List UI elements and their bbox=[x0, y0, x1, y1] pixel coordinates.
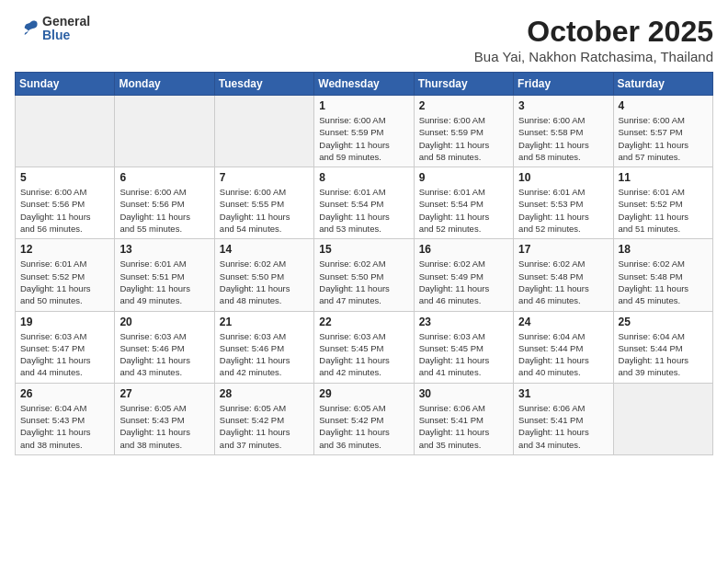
day-number: 7 bbox=[220, 171, 309, 184]
day-info: Sunrise: 6:00 AMSunset: 5:59 PMDaylight:… bbox=[319, 114, 408, 163]
day-number: 28 bbox=[220, 387, 309, 400]
calendar-body: 1Sunrise: 6:00 AMSunset: 5:59 PMDaylight… bbox=[16, 96, 713, 455]
day-number: 5 bbox=[20, 171, 109, 184]
calendar-cell: 2Sunrise: 6:00 AMSunset: 5:59 PMDaylight… bbox=[414, 96, 513, 167]
calendar-cell: 15Sunrise: 6:02 AMSunset: 5:50 PMDayligh… bbox=[314, 239, 414, 311]
day-number: 9 bbox=[419, 171, 508, 184]
calendar-cell: 18Sunrise: 6:02 AMSunset: 5:48 PMDayligh… bbox=[613, 239, 712, 311]
day-number: 19 bbox=[20, 316, 109, 328]
calendar-cell: 22Sunrise: 6:03 AMSunset: 5:45 PMDayligh… bbox=[314, 311, 414, 383]
header-day-thursday: Thursday bbox=[414, 73, 513, 96]
day-info: Sunrise: 6:06 AMSunset: 5:41 PMDaylight:… bbox=[419, 402, 508, 451]
day-number: 16 bbox=[419, 243, 508, 256]
day-info: Sunrise: 6:00 AMSunset: 5:56 PMDaylight:… bbox=[119, 186, 209, 235]
day-info: Sunrise: 6:00 AMSunset: 5:56 PMDaylight:… bbox=[20, 186, 109, 235]
calendar-cell: 30Sunrise: 6:06 AMSunset: 5:41 PMDayligh… bbox=[414, 383, 513, 454]
day-info: Sunrise: 6:01 AMSunset: 5:51 PMDaylight:… bbox=[119, 258, 209, 306]
header-day-sunday: Sunday bbox=[16, 73, 115, 96]
logo-icon bbox=[15, 16, 40, 41]
header-day-saturday: Saturday bbox=[613, 73, 712, 96]
calendar-cell: 11Sunrise: 6:01 AMSunset: 5:52 PMDayligh… bbox=[613, 167, 712, 239]
day-info: Sunrise: 6:03 AMSunset: 5:45 PMDaylight:… bbox=[419, 330, 508, 379]
day-number: 10 bbox=[518, 171, 608, 184]
day-info: Sunrise: 6:02 AMSunset: 5:50 PMDaylight:… bbox=[319, 258, 408, 306]
day-number: 24 bbox=[518, 316, 608, 328]
day-info: Sunrise: 6:00 AMSunset: 5:55 PMDaylight:… bbox=[220, 186, 309, 235]
logo-general: General bbox=[42, 15, 90, 29]
day-number: 30 bbox=[419, 387, 508, 400]
day-number: 26 bbox=[20, 387, 109, 400]
header-day-monday: Monday bbox=[115, 73, 214, 96]
calendar-cell: 13Sunrise: 6:01 AMSunset: 5:51 PMDayligh… bbox=[115, 239, 214, 311]
header-day-friday: Friday bbox=[514, 73, 613, 96]
calendar-cell: 12Sunrise: 6:01 AMSunset: 5:52 PMDayligh… bbox=[16, 239, 115, 311]
day-info: Sunrise: 6:04 AMSunset: 5:44 PMDaylight:… bbox=[518, 330, 608, 379]
day-number: 27 bbox=[119, 387, 209, 400]
calendar-title: October 2025 bbox=[474, 15, 713, 49]
calendar-cell: 9Sunrise: 6:01 AMSunset: 5:54 PMDaylight… bbox=[414, 167, 513, 239]
header-day-wednesday: Wednesday bbox=[314, 73, 414, 96]
calendar-cell: 19Sunrise: 6:03 AMSunset: 5:47 PMDayligh… bbox=[16, 311, 115, 383]
header-day-tuesday: Tuesday bbox=[214, 73, 313, 96]
title-area: October 2025 Bua Yai, Nakhon Ratchasima,… bbox=[474, 15, 713, 64]
day-info: Sunrise: 6:03 AMSunset: 5:47 PMDaylight:… bbox=[20, 330, 109, 379]
calendar-cell: 29Sunrise: 6:05 AMSunset: 5:42 PMDayligh… bbox=[314, 383, 414, 454]
day-info: Sunrise: 6:01 AMSunset: 5:54 PMDaylight:… bbox=[419, 186, 508, 235]
day-info: Sunrise: 6:00 AMSunset: 5:58 PMDaylight:… bbox=[518, 114, 608, 163]
calendar-cell: 6Sunrise: 6:00 AMSunset: 5:56 PMDaylight… bbox=[115, 167, 214, 239]
calendar-cell: 16Sunrise: 6:02 AMSunset: 5:49 PMDayligh… bbox=[414, 239, 513, 311]
calendar-cell: 7Sunrise: 6:00 AMSunset: 5:55 PMDaylight… bbox=[214, 167, 313, 239]
calendar-cell: 5Sunrise: 6:00 AMSunset: 5:56 PMDaylight… bbox=[16, 167, 115, 239]
calendar-cell: 8Sunrise: 6:01 AMSunset: 5:54 PMDaylight… bbox=[314, 167, 414, 239]
calendar-table: SundayMondayTuesdayWednesdayThursdayFrid… bbox=[15, 72, 713, 455]
day-number: 1 bbox=[319, 99, 408, 112]
week-row-5: 26Sunrise: 6:04 AMSunset: 5:43 PMDayligh… bbox=[16, 383, 713, 454]
day-info: Sunrise: 6:01 AMSunset: 5:52 PMDaylight:… bbox=[619, 186, 708, 235]
day-info: Sunrise: 6:01 AMSunset: 5:53 PMDaylight:… bbox=[518, 186, 608, 235]
day-number: 17 bbox=[518, 243, 608, 256]
calendar-cell: 31Sunrise: 6:06 AMSunset: 5:41 PMDayligh… bbox=[514, 383, 613, 454]
day-info: Sunrise: 6:04 AMSunset: 5:44 PMDaylight:… bbox=[619, 330, 708, 379]
calendar-cell: 3Sunrise: 6:00 AMSunset: 5:58 PMDaylight… bbox=[514, 96, 613, 167]
day-info: Sunrise: 6:03 AMSunset: 5:46 PMDaylight:… bbox=[119, 330, 209, 379]
calendar-cell: 10Sunrise: 6:01 AMSunset: 5:53 PMDayligh… bbox=[514, 167, 613, 239]
week-row-1: 1Sunrise: 6:00 AMSunset: 5:59 PMDaylight… bbox=[16, 96, 713, 167]
day-number: 22 bbox=[319, 316, 408, 328]
logo-blue: Blue bbox=[42, 29, 90, 42]
day-number: 25 bbox=[619, 316, 708, 328]
day-info: Sunrise: 6:01 AMSunset: 5:52 PMDaylight:… bbox=[20, 258, 109, 306]
day-number: 3 bbox=[518, 99, 608, 112]
day-number: 23 bbox=[419, 316, 508, 328]
day-info: Sunrise: 6:02 AMSunset: 5:49 PMDaylight:… bbox=[419, 258, 508, 306]
day-info: Sunrise: 6:02 AMSunset: 5:50 PMDaylight:… bbox=[220, 258, 309, 306]
calendar-cell bbox=[16, 96, 115, 167]
day-number: 12 bbox=[20, 243, 109, 256]
day-number: 31 bbox=[518, 387, 608, 400]
calendar-cell: 28Sunrise: 6:05 AMSunset: 5:42 PMDayligh… bbox=[214, 383, 313, 454]
day-number: 8 bbox=[319, 171, 408, 184]
calendar-cell: 27Sunrise: 6:05 AMSunset: 5:43 PMDayligh… bbox=[115, 383, 214, 454]
calendar-subtitle: Bua Yai, Nakhon Ratchasima, Thailand bbox=[474, 49, 713, 64]
day-info: Sunrise: 6:02 AMSunset: 5:48 PMDaylight:… bbox=[518, 258, 608, 306]
day-number: 4 bbox=[619, 99, 708, 112]
calendar-cell: 17Sunrise: 6:02 AMSunset: 5:48 PMDayligh… bbox=[514, 239, 613, 311]
calendar-cell: 24Sunrise: 6:04 AMSunset: 5:44 PMDayligh… bbox=[514, 311, 613, 383]
calendar-cell: 1Sunrise: 6:00 AMSunset: 5:59 PMDaylight… bbox=[314, 96, 414, 167]
day-number: 15 bbox=[319, 243, 408, 256]
day-info: Sunrise: 6:02 AMSunset: 5:48 PMDaylight:… bbox=[619, 258, 708, 306]
day-number: 29 bbox=[319, 387, 408, 400]
calendar-cell: 20Sunrise: 6:03 AMSunset: 5:46 PMDayligh… bbox=[115, 311, 214, 383]
day-info: Sunrise: 6:00 AMSunset: 5:59 PMDaylight:… bbox=[419, 114, 508, 163]
logo-text: General Blue bbox=[42, 15, 90, 43]
calendar-cell: 21Sunrise: 6:03 AMSunset: 5:46 PMDayligh… bbox=[214, 311, 313, 383]
day-number: 2 bbox=[419, 99, 508, 112]
week-row-4: 19Sunrise: 6:03 AMSunset: 5:47 PMDayligh… bbox=[16, 311, 713, 383]
calendar-header: SundayMondayTuesdayWednesdayThursdayFrid… bbox=[16, 73, 713, 96]
calendar-cell: 26Sunrise: 6:04 AMSunset: 5:43 PMDayligh… bbox=[16, 383, 115, 454]
day-info: Sunrise: 6:04 AMSunset: 5:43 PMDaylight:… bbox=[20, 402, 109, 451]
calendar-cell bbox=[115, 96, 214, 167]
header-row: SundayMondayTuesdayWednesdayThursdayFrid… bbox=[16, 73, 713, 96]
calendar-cell: 4Sunrise: 6:00 AMSunset: 5:57 PMDaylight… bbox=[613, 96, 712, 167]
day-number: 6 bbox=[119, 171, 209, 184]
week-row-3: 12Sunrise: 6:01 AMSunset: 5:52 PMDayligh… bbox=[16, 239, 713, 311]
